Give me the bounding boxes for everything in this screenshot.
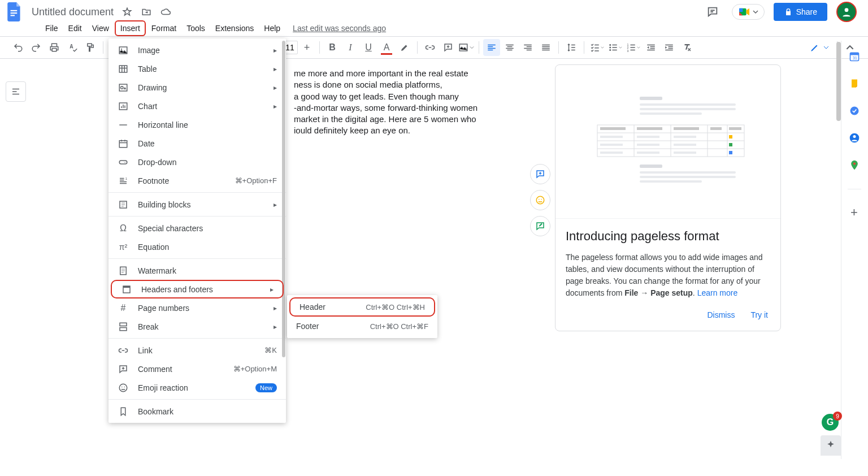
insert-date[interactable]: Date: [108, 134, 286, 153]
add-comment-bubble[interactable]: [530, 164, 550, 184]
text-color-button[interactable]: A: [378, 39, 395, 56]
document-body[interactable]: me more and more important in the real e…: [294, 68, 542, 137]
print-button[interactable]: [46, 39, 63, 56]
pageless-title: Introducing pageless format: [566, 229, 770, 244]
insert-watermark[interactable]: Watermark: [108, 261, 286, 280]
insert-chart[interactable]: Chart▸: [108, 97, 286, 115]
keep-addon-icon[interactable]: [849, 78, 860, 89]
spellcheck-button[interactable]: [64, 39, 81, 56]
insert-headers-footers[interactable]: Headers and footers▸: [111, 280, 284, 298]
insert-emoji[interactable]: Emoji reactionNew: [108, 378, 286, 397]
document-title[interactable]: Untitled document: [32, 6, 114, 18]
paint-format-button[interactable]: [82, 39, 99, 56]
share-label: Share: [796, 7, 817, 16]
pageless-promo-card: Introducing pageless format The pageless…: [555, 64, 781, 331]
hash-icon: #: [118, 303, 129, 313]
insert-dropdown-item[interactable]: Drop-down: [108, 153, 286, 171]
move-icon[interactable]: [141, 6, 152, 18]
insert-horizontal-line[interactable]: Horizontal line: [108, 115, 286, 134]
menu-view[interactable]: View: [88, 21, 114, 35]
share-button[interactable]: Share: [774, 3, 827, 21]
doc-line: market in the digital age. Here are 5 wo…: [294, 114, 476, 124]
suggest-edit-bubble[interactable]: [530, 216, 550, 236]
clear-formatting-button[interactable]: [679, 39, 696, 56]
editing-mode-button[interactable]: [805, 40, 834, 55]
menu-help[interactable]: Help: [259, 21, 285, 35]
get-addons-button[interactable]: +: [850, 205, 858, 220]
submenu-header[interactable]: HeaderCtrl+⌘O Ctrl+⌘H: [289, 297, 435, 317]
link-button[interactable]: [422, 39, 439, 56]
insert-special-chars[interactable]: ΩSpecial characters: [108, 219, 286, 237]
insert-footnote[interactable]: 1Footnote⌘+Option+F: [108, 171, 286, 190]
underline-button[interactable]: U: [360, 39, 377, 56]
pageless-learn-more[interactable]: Learn more: [697, 288, 738, 297]
undo-button[interactable]: [10, 39, 27, 56]
tasks-addon-icon[interactable]: [849, 105, 860, 116]
menu-edit[interactable]: Edit: [64, 21, 86, 35]
explore-button[interactable]: [821, 435, 841, 456]
docs-logo[interactable]: [5, 2, 25, 22]
document-outline-button[interactable]: [6, 81, 26, 102]
add-emoji-bubble[interactable]: [530, 190, 550, 210]
line-spacing-button[interactable]: [563, 39, 580, 56]
menu-format[interactable]: Format: [147, 21, 181, 35]
last-edit-link[interactable]: Last edit was seconds ago: [293, 24, 386, 33]
comment-history-icon[interactable]: [702, 2, 723, 22]
menu-tools[interactable]: Tools: [182, 21, 210, 35]
insert-image[interactable]: Image▸: [108, 41, 286, 59]
cloud-icon[interactable]: [160, 6, 171, 18]
contacts-addon-icon[interactable]: [849, 132, 860, 144]
align-right-button[interactable]: [519, 39, 536, 56]
bold-button[interactable]: B: [324, 39, 341, 56]
main-scrollbar[interactable]: [836, 42, 841, 121]
svg-rect-48: [674, 127, 699, 130]
align-center-button[interactable]: [501, 39, 518, 56]
hr-icon: [118, 120, 129, 130]
svg-rect-15: [119, 66, 127, 72]
indent-increase-button[interactable]: [661, 39, 678, 56]
italic-button[interactable]: I: [342, 39, 359, 56]
maps-addon-icon[interactable]: [849, 159, 860, 171]
menu-insert[interactable]: Insert: [115, 20, 146, 36]
svg-rect-58: [729, 143, 732, 146]
svg-rect-46: [600, 127, 626, 130]
omega-icon: Ω: [118, 223, 129, 233]
numbered-list-button[interactable]: 123: [624, 39, 641, 56]
svg-point-9: [609, 49, 611, 51]
indent-decrease-button[interactable]: [643, 39, 659, 56]
bulleted-list-button[interactable]: [606, 39, 623, 56]
font-size-inc[interactable]: +: [298, 39, 315, 56]
checklist-button[interactable]: [588, 39, 605, 56]
menu-extensions[interactable]: Extensions: [211, 21, 258, 35]
insert-link[interactable]: Link⌘K: [108, 341, 286, 360]
insert-building-blocks[interactable]: Building blocks▸: [108, 195, 286, 214]
pageless-try-it[interactable]: Try it: [750, 310, 768, 319]
insert-bookmark[interactable]: Bookmark: [108, 402, 286, 421]
svg-rect-26: [120, 323, 127, 326]
redo-button[interactable]: [28, 39, 45, 56]
insert-break[interactable]: Break▸: [108, 317, 286, 336]
dropdown-scrollbar[interactable]: [282, 41, 285, 357]
align-justify-button[interactable]: [537, 39, 554, 56]
star-icon[interactable]: [121, 6, 133, 18]
insert-table[interactable]: Table▸: [108, 59, 286, 78]
insert-equation[interactable]: π²Equation: [108, 237, 286, 256]
pageless-dismiss[interactable]: Dismiss: [707, 310, 735, 319]
insert-page-numbers[interactable]: #Page numbers▸: [108, 298, 286, 317]
calendar-addon-icon[interactable]: 31: [849, 51, 860, 62]
insert-comment[interactable]: Comment⌘+Option+M: [108, 360, 286, 378]
submenu-footer[interactable]: FooterCtrl+⌘O Ctrl+⌘F: [287, 317, 437, 336]
account-avatar[interactable]: [836, 2, 857, 22]
svg-rect-57: [674, 144, 696, 146]
insert-drawing[interactable]: Drawing▸: [108, 78, 286, 97]
align-left-button[interactable]: [483, 39, 500, 56]
menu-file[interactable]: File: [41, 21, 63, 35]
insert-image-button[interactable]: [458, 39, 475, 56]
meet-button[interactable]: [732, 4, 765, 20]
svg-rect-60: [637, 152, 659, 154]
doc-line: ness is done on social media platforms,: [294, 80, 442, 89]
svg-rect-64: [640, 171, 736, 174]
dropdown-icon: [118, 157, 129, 167]
add-comment-button[interactable]: [440, 39, 457, 56]
highlight-button[interactable]: [396, 39, 413, 56]
